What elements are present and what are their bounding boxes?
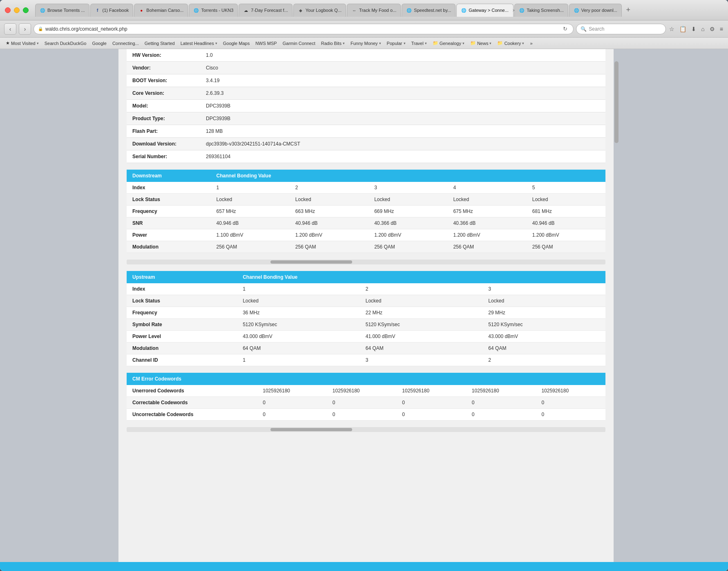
tab-torrents-ukn[interactable]: 🌐 Torrents - UKN3 (189, 4, 238, 17)
bookmark-more[interactable]: » (527, 40, 535, 47)
table-row: HW Version: 1.0 (127, 49, 605, 62)
row-value: 1.200 dBmV (368, 229, 447, 241)
row-value: 40.946 dB (290, 217, 368, 229)
tab-track-food[interactable]: ↔ Track My Food o... (347, 4, 401, 17)
bookmark-radio-bits[interactable]: Radio Bits ▾ (319, 40, 347, 47)
tab-bohemian[interactable]: ● Bohemian Carso... (134, 4, 188, 17)
table-row: Correctable Codewords 0 0 0 0 0 (127, 397, 605, 409)
info-label: Product Type: (127, 112, 200, 125)
table-row: Uncorrectable Codewords 0 0 0 0 0 (127, 409, 605, 421)
cm-error-table: CM Error Codewords Unerrored Codewords 1… (127, 373, 605, 421)
main-area[interactable]: HW Version: 1.0 Vendor: Cisco BOOT Versi… (118, 49, 614, 562)
info-value: 128 MB (200, 125, 605, 138)
table-row: Lock Status Locked Locked Locked (127, 295, 605, 307)
tab-label: Taking Screensh... (527, 8, 564, 13)
download-icon[interactable]: ⬇ (690, 25, 697, 33)
bookmark-latest-headlines[interactable]: Latest Headlines ▾ (178, 40, 220, 47)
search-bar[interactable]: 🔍 Search (576, 24, 666, 34)
home-icon[interactable]: ⌂ (700, 25, 705, 33)
back-button[interactable]: ‹ (4, 23, 16, 35)
bookmark-google-maps[interactable]: Google Maps (221, 40, 252, 47)
table-header-row: Upstream Channel Bonding Value (127, 271, 605, 283)
star-icon: ★ (6, 40, 10, 46)
bookmark-label: Google (92, 41, 106, 46)
row-value: 1.100 dBmV (211, 229, 290, 241)
bookmark-label: Google Maps (223, 41, 250, 46)
cm-error-scroll-thumb[interactable] (270, 428, 352, 431)
vscroll-thumb[interactable] (614, 61, 619, 143)
bookmark-popular[interactable]: Popular ▾ (384, 40, 408, 47)
bookmark-cookery[interactable]: 📁 Cookery ▾ (495, 40, 527, 47)
row-value: 663 MHz (290, 206, 368, 217)
tab-forecast[interactable]: ☁ 7-Day Forecast f... (239, 4, 292, 17)
upstream-channel-label: Channel Bonding Value (237, 271, 605, 283)
menu-icon[interactable]: ≡ (719, 25, 724, 33)
tab-poor-download[interactable]: 🌐 Very poor downl... (569, 4, 622, 17)
table-row: Frequency 36 MHz 22 MHz 29 MHz (127, 307, 605, 319)
forward-button[interactable]: › (19, 23, 31, 35)
bookmark-star-icon[interactable]: ☆ (668, 25, 675, 33)
row-value: 669 MHz (368, 206, 447, 217)
bookmark-funny-money[interactable]: Funny Money ▾ (348, 40, 384, 47)
chevron-down-icon: ▾ (425, 41, 427, 45)
bookmark-garmin[interactable]: Garmin Connect (280, 40, 318, 47)
table-row: Model: DPC3939B (127, 100, 605, 112)
bookmark-connecting[interactable]: Connecting... (110, 40, 141, 47)
info-value: 2.6.39.3 (200, 87, 605, 100)
row-value: Locked (527, 194, 605, 206)
new-tab-button[interactable]: + (623, 4, 634, 16)
row-value: 0 (327, 409, 397, 421)
lock-icon: 🔒 (38, 27, 43, 31)
close-button[interactable] (5, 7, 11, 13)
tab-label: Gateway > Conne... (469, 8, 509, 13)
row-value: 41.000 dBmV (360, 331, 483, 343)
reload-button[interactable]: ↻ (561, 26, 569, 32)
info-label: Download Version: (127, 138, 200, 150)
tab-label: Browse Torrents ... (47, 8, 85, 13)
downstream-channel-label: Channel Bonding Value (211, 170, 605, 182)
url-bar[interactable]: 🔒 waldo.chris.org/comcast_network.php ↻ (33, 24, 574, 34)
bookmark-most-visited[interactable]: ★ Most Visited ▾ (3, 40, 41, 47)
row-label: Lock Status (127, 194, 211, 206)
table-row: Index 1 2 3 (127, 283, 605, 295)
row-label: Symbol Rate (127, 319, 237, 331)
bookmark-list-icon[interactable]: 📋 (679, 25, 687, 33)
tab-screenshot[interactable]: 🌐 Taking Screensh... (514, 4, 568, 17)
table-row: Flash Part: 128 MB (127, 125, 605, 138)
tab-speedtest[interactable]: 🌐 Speedtest.net by... (402, 4, 456, 17)
row-value: 4 (447, 182, 526, 194)
downstream-scrollbar[interactable] (127, 260, 605, 264)
bookmark-travel[interactable]: Travel ▾ (409, 40, 429, 47)
row-value: 0 (257, 397, 327, 409)
tab-favicon: 🌐 (193, 7, 199, 13)
bookmark-duckduckgo[interactable]: Search DuckDuckGo (42, 40, 89, 47)
table-row: Modulation 64 QAM 64 QAM 64 QAM (127, 343, 605, 354)
tab-gateway[interactable]: 🌐 Gateway > Conne... ✕ (456, 4, 514, 17)
downstream-section-label: Downstream (127, 170, 211, 182)
row-value: 1 (211, 182, 290, 194)
tab-facebook[interactable]: f (1) Facebook (90, 4, 134, 17)
info-label: Flash Part: (127, 125, 200, 138)
bookmark-google[interactable]: Google (89, 40, 109, 47)
chevron-down-icon: ▾ (489, 41, 491, 45)
settings-icon[interactable]: ⚙ (709, 25, 716, 33)
bookmark-getting-started[interactable]: Getting Started (142, 40, 177, 47)
row-label: Correctable Codewords (127, 397, 257, 409)
row-value: 0 (466, 409, 536, 421)
bookmark-genealogy[interactable]: 📁 Genealogy ▾ (430, 40, 467, 47)
row-label: Unerrored Codewords (127, 385, 257, 397)
tab-browse-torrents[interactable]: 🌐 Browse Torrents ... (35, 4, 89, 17)
chevron-down-icon: ▾ (37, 41, 39, 45)
downstream-scroll-thumb[interactable] (270, 260, 352, 264)
tab-label: Your Logbook Q... (306, 8, 342, 13)
bookmark-news[interactable]: 📁 News ▾ (468, 40, 494, 47)
row-value: 1 (237, 354, 360, 366)
tab-favicon: ◆ (298, 7, 304, 13)
cm-error-scrollbar[interactable] (127, 427, 605, 432)
minimize-button[interactable] (14, 7, 20, 13)
bookmark-nws-msp[interactable]: NWS MSP (253, 40, 279, 47)
maximize-button[interactable] (23, 7, 29, 13)
tab-logbook[interactable]: ◆ Your Logbook Q... (293, 4, 346, 17)
bookmark-label: Travel (411, 41, 424, 46)
info-label: Vendor: (127, 62, 200, 74)
